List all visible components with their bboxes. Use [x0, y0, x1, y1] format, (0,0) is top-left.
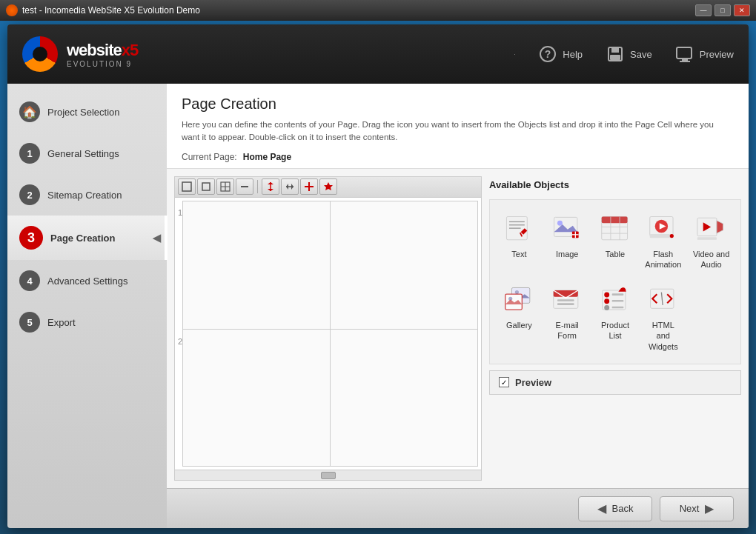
toolbar-btn-rect[interactable] — [197, 178, 215, 195]
object-gallery[interactable]: Gallery — [497, 278, 541, 356]
sidebar-item-label-sitemap: Sitemap Creation — [47, 190, 122, 201]
product-icon — [597, 283, 634, 317]
window-title: test - Incomedia WebSite X5 Evolution De… — [22, 5, 200, 16]
svg-point-29 — [557, 220, 563, 225]
toolbar-btn-col[interactable] — [262, 178, 279, 195]
gallery-icon — [500, 283, 537, 317]
app-icon — [6, 4, 18, 16]
minimize-button[interactable]: — — [695, 4, 712, 16]
objects-panel: Available Objects — [489, 176, 741, 481]
grid-cell-1-1[interactable] — [183, 201, 331, 330]
page-description: Here you can define the contents of your… — [182, 119, 734, 144]
header-nav: · ? Help Save — [514, 44, 734, 64]
help-nav-item[interactable]: ? Help — [537, 44, 583, 64]
close-button[interactable]: ✕ — [734, 4, 750, 16]
flash-icon — [645, 212, 682, 246]
svg-rect-64 — [612, 300, 624, 302]
objects-header: Available Objects — [489, 176, 741, 193]
email-icon — [548, 283, 586, 317]
sidebar-item-label-advanced: Advanced Settings — [47, 276, 127, 287]
step-2: 2 — [19, 184, 40, 205]
sidebar-item-advanced[interactable]: 4 Advanced Settings — [7, 260, 167, 301]
sidebar: 🏠 Project Selection 1 General Settings 2… — [7, 84, 167, 528]
object-image[interactable]: Image — [546, 207, 589, 275]
svg-rect-57 — [557, 299, 574, 301]
svg-point-60 — [604, 293, 609, 298]
svg-rect-7 — [680, 61, 690, 62]
email-label: E-mail Form — [548, 320, 586, 341]
image-label: Image — [556, 249, 579, 259]
grid-scrollbar[interactable] — [175, 470, 481, 480]
title-bar: test - Incomedia WebSite X5 Evolution De… — [0, 0, 756, 21]
toolbar-btn-row[interactable] — [281, 178, 299, 195]
step-5: 5 — [19, 312, 40, 333]
image-icon — [548, 212, 586, 246]
object-text[interactable]: Text — [497, 207, 541, 275]
nav-dot: · — [514, 51, 515, 58]
sidebar-item-label-page: Page Creation — [50, 233, 115, 244]
svg-marker-47 — [717, 220, 723, 233]
next-button[interactable]: Next ▶ — [660, 496, 734, 521]
object-email[interactable]: E-mail Form — [546, 278, 589, 356]
current-page-label: Current Page: — [182, 152, 237, 162]
flash-label: Flash Animation — [644, 249, 682, 270]
grid-cell-1-2[interactable] — [331, 201, 478, 330]
svg-rect-63 — [612, 293, 624, 296]
table-label: Table — [606, 249, 625, 259]
svg-marker-22 — [324, 182, 333, 190]
grid-cell-2-2[interactable] — [331, 330, 478, 467]
grid-canvas[interactable]: 1 2 — [175, 198, 481, 470]
svg-marker-15 — [268, 182, 273, 184]
svg-rect-56 — [554, 290, 578, 297]
svg-rect-9 — [202, 183, 210, 190]
home-icon: 🏠 — [19, 101, 40, 122]
save-nav-item[interactable]: Save — [605, 44, 652, 64]
main-content: Page Creation Here you can define the co… — [167, 84, 749, 528]
object-video[interactable]: Video and Audio — [689, 207, 733, 275]
sidebar-item-export[interactable]: 5 Export — [7, 301, 167, 343]
step-4: 4 — [19, 270, 40, 291]
grid-cell-2-1[interactable] — [183, 330, 331, 467]
save-icon — [605, 44, 626, 64]
toolbar-separator-1 — [257, 180, 258, 193]
page-title-bar: Page Creation Here you can define the co… — [167, 84, 749, 169]
toolbar-btn-add[interactable] — [300, 178, 318, 195]
preview-nav-item[interactable]: Preview — [674, 44, 734, 64]
object-product[interactable]: Product List — [594, 278, 637, 356]
grid-toolbar — [175, 177, 481, 198]
toolbar-btn-select[interactable] — [178, 178, 196, 195]
svg-rect-5 — [677, 47, 692, 59]
current-page-row: Current Page: Home Page — [182, 152, 734, 162]
help-label: Help — [563, 49, 583, 60]
object-table[interactable]: Table — [594, 207, 637, 275]
toolbar-btn-line[interactable] — [236, 178, 253, 195]
table-icon — [597, 212, 634, 246]
maximize-button[interactable]: □ — [714, 4, 731, 16]
sidebar-item-general[interactable]: 1 General Settings — [7, 133, 167, 174]
svg-rect-58 — [557, 303, 574, 305]
sidebar-item-page-creation[interactable]: 3 Page Creation ◀ — [7, 216, 167, 260]
objects-grid: Text — [489, 199, 741, 364]
video-label: Video and Audio — [692, 249, 730, 270]
sidebar-item-sitemap[interactable]: 2 Sitemap Creation — [7, 174, 167, 216]
logo-x5: x5 — [122, 41, 138, 59]
svg-rect-35 — [602, 216, 628, 223]
object-html[interactable]: HTML and Widgets — [641, 278, 685, 356]
svg-rect-8 — [182, 182, 191, 191]
preview-icon — [674, 44, 695, 64]
object-flash[interactable]: Flash Animation — [641, 207, 685, 275]
next-label: Next — [680, 503, 700, 514]
sidebar-item-label-general: General Settings — [47, 148, 119, 159]
sidebar-item-project[interactable]: 🏠 Project Selection — [7, 91, 167, 133]
save-label: Save — [630, 49, 652, 60]
sidebar-item-label-project: Project Selection — [47, 107, 120, 118]
svg-rect-3 — [611, 47, 619, 53]
toolbar-btn-special[interactable] — [319, 178, 337, 195]
row-label-1: 1 — [178, 201, 183, 330]
back-button[interactable]: ◀ Back — [578, 496, 652, 521]
toolbar-btn-grid[interactable] — [216, 178, 234, 195]
svg-point-61 — [604, 298, 609, 304]
preview-checkbox[interactable]: ✓ — [499, 377, 509, 387]
svg-marker-16 — [268, 189, 273, 191]
next-arrow-icon: ▶ — [705, 501, 714, 515]
